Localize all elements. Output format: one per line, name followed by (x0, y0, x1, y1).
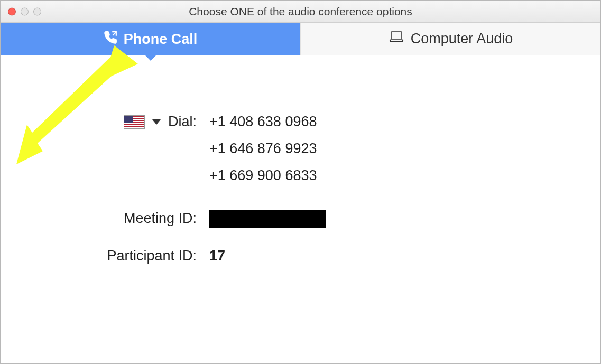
participant-id-row: Participant ID: 17 (1, 248, 600, 264)
flag-us-icon[interactable] (124, 115, 145, 129)
tab-phone-call[interactable]: Phone Call (1, 23, 300, 55)
phone-call-panel: Dial: +1 408 638 0968 +1 646 876 9923 +1… (1, 55, 600, 264)
audio-option-tabs: Phone Call Computer Audio (1, 23, 600, 55)
tab-computer-audio[interactable]: Computer Audio (300, 23, 600, 55)
active-tab-indicator (144, 54, 157, 61)
participant-id-value: 17 (209, 248, 600, 264)
audio-conference-window: Choose ONE of the audio conference optio… (0, 0, 601, 364)
dial-number-1: +1 408 638 0968 (209, 114, 600, 130)
tab-computer-audio-label: Computer Audio (411, 31, 513, 47)
window-title: Choose ONE of the audio conference optio… (189, 5, 412, 18)
window-controls (8, 7, 41, 15)
meeting-id-row: Meeting ID: (1, 210, 600, 232)
chevron-down-icon[interactable] (152, 119, 161, 125)
maximize-button[interactable] (33, 7, 41, 15)
dial-row: Dial: +1 408 638 0968 +1 646 876 9923 +1… (1, 114, 600, 194)
tab-phone-call-label: Phone Call (124, 31, 198, 48)
laptop-icon (389, 31, 404, 47)
dial-number-2: +1 646 876 9923 (209, 141, 600, 157)
meeting-id-redacted (209, 210, 326, 228)
dial-numbers: +1 408 638 0968 +1 646 876 9923 +1 669 9… (209, 114, 600, 194)
minimize-button[interactable] (21, 7, 29, 15)
svg-rect-0 (391, 32, 402, 39)
meeting-id-value (209, 210, 600, 232)
dial-label: Dial: (168, 114, 197, 130)
dial-label-group: Dial: (1, 114, 209, 130)
participant-id-label: Participant ID: (1, 248, 209, 264)
dial-number-3: +1 669 900 6833 (209, 167, 600, 184)
meeting-id-label: Meeting ID: (1, 210, 209, 227)
titlebar: Choose ONE of the audio conference optio… (1, 1, 600, 23)
close-button[interactable] (8, 7, 16, 15)
phone-icon (104, 31, 117, 48)
